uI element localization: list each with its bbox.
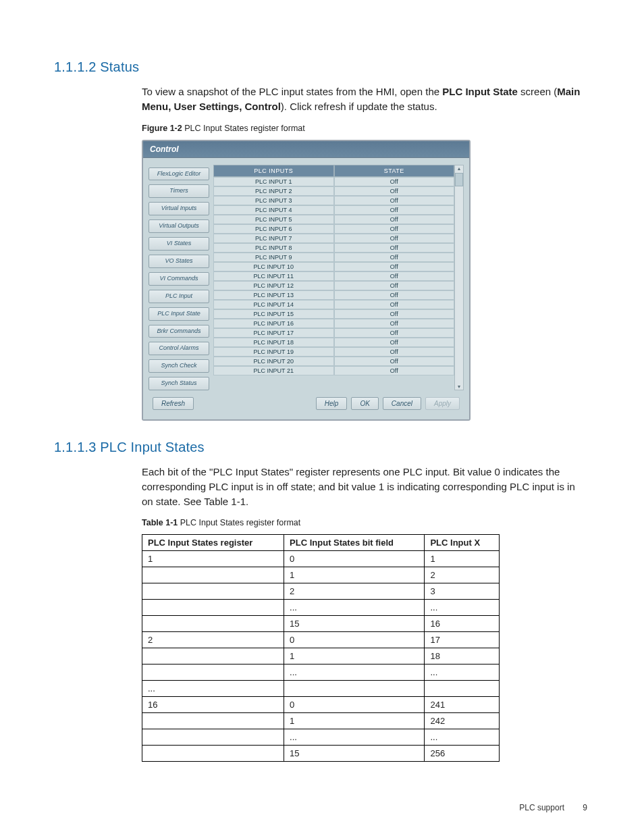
- grid-cell-input: PLC INPUT 11: [213, 271, 334, 281]
- cancel-button[interactable]: Cancel: [383, 397, 421, 410]
- table-cell: 0: [284, 632, 425, 648]
- nav-button[interactable]: Synch Status: [149, 377, 209, 390]
- table-header-row: PLC Input States register PLC Input Stat…: [142, 535, 500, 551]
- table-cell: 1: [284, 567, 425, 583]
- grid-header-inputs: PLC INPUTS: [213, 165, 334, 177]
- grid-cell-state: Off: [334, 224, 455, 234]
- table-cell: 16: [142, 697, 284, 713]
- table-cell: 2: [142, 632, 284, 648]
- nav-button[interactable]: VO States: [149, 255, 209, 268]
- section-title: PLC Input States: [100, 440, 204, 454]
- grid-cell-state: Off: [334, 300, 455, 309]
- table-cell: 2: [425, 567, 500, 583]
- grid-cell-input: PLC INPUT 12: [213, 281, 334, 290]
- table-cell: 1: [142, 551, 284, 567]
- table-cell: ...: [284, 600, 425, 616]
- table-row: ......: [142, 664, 500, 681]
- grid-row: PLC INPUT 19Off: [213, 347, 454, 357]
- table-cell: 0: [284, 551, 425, 567]
- plc-input-states-paragraph: Each bit of the "PLC Input States" regis…: [142, 465, 586, 509]
- grid-header-state: STATE: [334, 165, 455, 177]
- grid-cell-input: PLC INPUT 16: [213, 319, 334, 328]
- grid-cell-state: Off: [334, 290, 455, 300]
- grid-cell-input: PLC INPUT 6: [213, 224, 334, 234]
- grid-cell-state: Off: [334, 357, 455, 366]
- table-cell: 18: [425, 648, 500, 664]
- section-1113-heading: 1.1.1.3 PLC Input States: [54, 440, 590, 455]
- th-inputx: PLC Input X: [425, 535, 500, 551]
- section-number: 1.1.1.2: [54, 59, 97, 74]
- scrollbar[interactable]: ▴ ▾: [454, 165, 464, 391]
- table-cell: ...: [425, 600, 500, 616]
- grid-cell-state: Off: [334, 196, 455, 205]
- nav-button[interactable]: Synch Check: [149, 359, 209, 373]
- table-cell: 17: [425, 632, 500, 648]
- grid-cell-input: PLC INPUT 1: [213, 177, 334, 186]
- grid-cell-input: PLC INPUT 2: [213, 186, 334, 196]
- grid-cell-input: PLC INPUT 7: [213, 234, 334, 243]
- grid-cell-input: PLC INPUT 3: [213, 196, 334, 205]
- table-cell: 1: [284, 648, 425, 664]
- nav-button[interactable]: VI States: [149, 237, 209, 251]
- grid-cell-input: PLC INPUT 8: [213, 243, 334, 253]
- table-cell: [142, 648, 284, 664]
- table-cell: [142, 583, 284, 600]
- nav-button[interactable]: Control Alarms: [149, 342, 209, 355]
- table-row: 1516: [142, 616, 500, 632]
- grid-cell-state: Off: [334, 328, 455, 338]
- table-cell: 0: [284, 697, 425, 713]
- grid-cell-input: PLC INPUT 9: [213, 253, 334, 262]
- nav-button[interactable]: Timers: [149, 184, 209, 198]
- grid-row: PLC INPUT 14Off: [213, 300, 454, 309]
- panel-title: Control: [143, 141, 469, 158]
- grid-cell-input: PLC INPUT 20: [213, 357, 334, 366]
- grid-cell-input: PLC INPUT 14: [213, 300, 334, 309]
- grid-cell-input: PLC INPUT 13: [213, 290, 334, 300]
- table-row: 15256: [142, 746, 500, 762]
- table-cell: 2: [284, 583, 425, 600]
- grid-row: PLC INPUT 4Off: [213, 205, 454, 215]
- footer-label: PLC support: [519, 803, 564, 812]
- grid-row: PLC INPUT 13Off: [213, 290, 454, 300]
- nav-button[interactable]: Virtual Outputs: [149, 219, 209, 233]
- grid-cell-input: PLC INPUT 21: [213, 366, 334, 375]
- table-row: 23: [142, 583, 500, 600]
- table-cell: 241: [425, 697, 500, 713]
- grid-row: PLC INPUT 3Off: [213, 196, 454, 205]
- ok-button[interactable]: OK: [351, 397, 378, 410]
- table-cell: 1: [284, 713, 425, 729]
- th-register: PLC Input States register: [142, 535, 284, 551]
- nav-button[interactable]: Virtual Inputs: [149, 202, 209, 215]
- grid-cell-state: Off: [334, 319, 455, 328]
- grid-cell-state: Off: [334, 243, 455, 253]
- grid-row: PLC INPUT 10Off: [213, 262, 454, 271]
- section-1112-heading: 1.1.1.2 Status: [54, 59, 590, 75]
- table-cell: [142, 600, 284, 616]
- nav-button[interactable]: PLC Input: [149, 290, 209, 303]
- grid-cell-input: PLC INPUT 5: [213, 215, 334, 224]
- apply-button[interactable]: Apply: [425, 397, 460, 410]
- nav-button[interactable]: VI Commands: [149, 272, 209, 286]
- table-cell: [142, 664, 284, 681]
- nav-button[interactable]: PLC Input State: [149, 307, 209, 321]
- grid-cell-state: Off: [334, 253, 455, 262]
- nav-button[interactable]: FlexLogic Editor: [149, 167, 209, 181]
- table-cell: 16: [425, 616, 500, 632]
- refresh-button[interactable]: Refresh: [153, 397, 194, 410]
- grid-cell-state: Off: [334, 215, 455, 224]
- table-cell: 15: [284, 616, 425, 632]
- nav-button[interactable]: Brkr Commands: [149, 325, 209, 338]
- table-row: 1242: [142, 713, 500, 729]
- scroll-up-icon[interactable]: ▴: [458, 165, 460, 172]
- grid-row: PLC INPUT 17Off: [213, 328, 454, 338]
- table-cell: 3: [425, 583, 500, 600]
- panel-sidebar: FlexLogic EditorTimersVirtual InputsVirt…: [149, 165, 209, 391]
- grid-row: PLC INPUT 16Off: [213, 319, 454, 328]
- scroll-down-icon[interactable]: ▾: [458, 384, 460, 390]
- plc-inputs-grid: PLC INPUTS STATE PLC INPUT 1OffPLC INPUT…: [213, 165, 454, 391]
- register-table: PLC Input States register PLC Input Stat…: [142, 534, 500, 762]
- grid-cell-state: Off: [334, 177, 455, 186]
- help-button[interactable]: Help: [316, 397, 348, 410]
- table-cell: ...: [425, 664, 500, 681]
- scroll-thumb[interactable]: [455, 173, 463, 186]
